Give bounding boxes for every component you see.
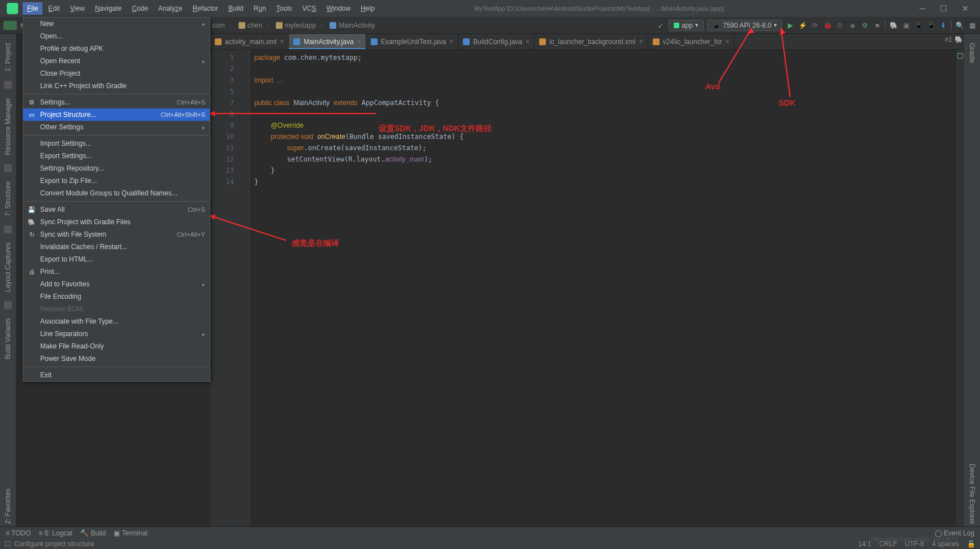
menu-item-exit[interactable]: Exit [23, 369, 210, 381]
menu-vcs[interactable]: VCS [298, 2, 321, 15]
menu-window[interactable]: Window [322, 2, 355, 15]
run-config-selector[interactable]: app ▾ [669, 20, 704, 31]
device-manager-icon[interactable]: 📱 [926, 21, 935, 30]
menu-refactor[interactable]: Refactor [188, 2, 223, 15]
close-icon[interactable]: × [726, 38, 730, 46]
tab-activity-main-xml[interactable]: activity_main.xml× [210, 34, 289, 49]
build-icon[interactable]: ↙ [656, 21, 665, 30]
menu-item-line-separators[interactable]: Line Separators [23, 328, 210, 340]
crumb-pkg[interactable]: mytestapp [274, 20, 318, 30]
menu-item-export-settings-[interactable]: Export Settings... [23, 150, 210, 162]
close-icon[interactable]: × [526, 38, 530, 46]
panel-resource-manager[interactable]: Resource Manager [3, 92, 13, 161]
more-icon[interactable]: ⚙ [860, 21, 869, 30]
menu-item-sync-project-with-gradle-files[interactable]: 🐘Sync Project with Gradle Files [23, 216, 210, 228]
menu-item-open-[interactable]: Open... [23, 30, 210, 42]
run-button[interactable]: ▶ [786, 21, 795, 30]
crumb-chen[interactable]: chen [236, 20, 264, 30]
menu-item-settings-repository-[interactable]: Settings Repository... [23, 162, 210, 175]
menu-run[interactable]: Run [249, 2, 271, 15]
tab-exampleunittest-java[interactable]: ExampleUnitTest.java× [366, 34, 458, 49]
menu-item-invalidate-caches-restart-[interactable]: Invalidate Caches / Restart... [23, 241, 210, 253]
tab-v24-ic-launcher-for[interactable]: v24\ic_launcher_for× [648, 34, 735, 49]
menu-item-import-settings-[interactable]: Import Settings... [23, 137, 210, 150]
close-icon[interactable]: × [357, 38, 361, 46]
tool-logcat[interactable]: ≡ 6: Logcat [39, 529, 73, 537]
menu-item-open-recent[interactable]: Open Recent [23, 55, 210, 67]
panel-device-file-explorer[interactable]: Device File Explorer [967, 458, 977, 530]
avd-manager-icon[interactable]: 📱 [914, 21, 923, 30]
tab-buildconfig-java[interactable]: BuildConfig.java× [458, 34, 535, 49]
tab-ic-launcher-background-xml[interactable]: ic_launcher_background.xml× [535, 34, 648, 49]
menu-help[interactable]: Help [356, 2, 379, 15]
menu-item-make-file-read-only[interactable]: Make File Read-Only [23, 340, 210, 352]
menu-build[interactable]: Build [224, 2, 248, 15]
panel-build-variants[interactable]: Build Variants [3, 312, 13, 365]
menu-item-profile-or-debug-apk[interactable]: Profile or debug APK [23, 42, 210, 55]
close-icon[interactable]: × [449, 38, 453, 46]
panel-icon[interactable] [4, 301, 12, 309]
bug-icon[interactable]: 🐞 [823, 21, 832, 30]
sync-icon[interactable]: 🐘 [889, 21, 898, 30]
panel-icon[interactable] [4, 81, 12, 89]
maximize-button[interactable]: ☐ [936, 3, 952, 14]
search-icon[interactable]: 🔍 [955, 21, 964, 30]
error-stripe[interactable] [956, 50, 964, 530]
crumb-class[interactable]: MainActivity [327, 20, 377, 30]
menu-item-save-all[interactable]: 💾Save AllCtrl+S [23, 203, 210, 216]
debug-button[interactable]: ⟳ [810, 21, 819, 30]
menu-item-add-to-favorites[interactable]: Add to Favorites [23, 278, 210, 290]
code-area[interactable]: package com.chen.mytestapp; import ... p… [250, 50, 956, 530]
menu-item-project-structure-[interactable]: ▭Project Structure...Ctrl+Alt+Shift+S [23, 108, 210, 121]
menu-item-other-settings[interactable]: Other Settings [23, 121, 210, 133]
panel-project[interactable]: 1: Project [3, 37, 13, 77]
sdk-manager-icon[interactable]: ⬇ [939, 21, 948, 30]
profiler-icon[interactable]: ⊙ [835, 21, 844, 30]
menu-item-sync-with-file-system[interactable]: ↻Sync with File SystemCtrl+Alt+Y [23, 228, 210, 241]
code-editor[interactable]: 12357891011121314 package com.chen.mytes… [210, 50, 964, 530]
menu-item-close-project[interactable]: Close Project [23, 67, 210, 80]
close-icon[interactable]: × [639, 38, 643, 46]
menu-item-export-to-html-[interactable]: Export to HTML... [23, 253, 210, 265]
lock-icon[interactable]: 🔓 [967, 540, 975, 548]
close-icon[interactable]: × [280, 38, 284, 46]
menu-item-file-encoding[interactable]: File Encoding [23, 290, 210, 303]
menu-item-print-[interactable]: 🖨Print... [23, 265, 210, 278]
menu-view[interactable]: View [66, 2, 89, 15]
menu-analyze[interactable]: Analyze [154, 2, 187, 15]
menu-item-convert-module-groups-to-qualified-names-[interactable]: Convert Module Groups to Qualified Names… [23, 187, 210, 199]
user-icon[interactable]: ▦ [968, 21, 977, 30]
menu-item-associate-with-file-type-[interactable]: Associate with File Type... [23, 315, 210, 328]
structure-icon[interactable]: ≡1 [944, 36, 952, 43]
menu-item-export-to-zip-file-[interactable]: Export to Zip File... [23, 175, 210, 187]
menu-code[interactable]: Code [127, 2, 153, 15]
minimize-button[interactable]: ─ [914, 3, 930, 14]
menu-item-new[interactable]: New [23, 18, 210, 30]
panel-icon[interactable] [4, 225, 12, 233]
tool-terminal[interactable]: ▣ Terminal [114, 529, 147, 537]
tool-build[interactable]: 🔨 Build [80, 529, 106, 537]
cursor-pos[interactable]: 14:1 [858, 540, 871, 548]
panel-layout-captures[interactable]: Layout Captures [3, 237, 13, 298]
tool-todo[interactable]: ≡ TODO [6, 529, 31, 537]
layout-inspector-icon[interactable]: ▣ [901, 21, 910, 30]
gear-icon[interactable]: 🐘 [955, 36, 963, 43]
tab-mainactivity-java[interactable]: MainActivity.java× [289, 34, 366, 49]
menu-edit[interactable]: Edit [44, 2, 64, 15]
menu-file[interactable]: FFileile [23, 2, 42, 15]
menu-item-link-c-project-with-gradle[interactable]: Link C++ Project with Gradle [23, 80, 210, 92]
menu-navigate[interactable]: Navigate [90, 2, 126, 15]
menu-item-power-save-mode[interactable]: Power Save Mode [23, 352, 210, 365]
panel-icon[interactable] [4, 164, 12, 172]
status-icon[interactable]: ☐ [5, 540, 11, 548]
panel-favorites[interactable]: 2: Favorites [3, 483, 13, 530]
panel-structure[interactable]: 7: Structure [3, 176, 13, 222]
menu-tools[interactable]: Tools [272, 2, 297, 15]
close-button[interactable]: ✕ [957, 3, 973, 14]
panel-gradle[interactable]: Gradle [967, 37, 977, 69]
device-selector[interactable]: 📱7590 API 26-8.0 ▾ [707, 20, 782, 31]
attach-icon[interactable]: ◈ [848, 21, 857, 30]
menu-item-settings-[interactable]: ⚙Settings...Ctrl+Alt+S [23, 96, 210, 108]
apply-changes-icon[interactable]: ⚡ [798, 21, 807, 30]
stop-icon[interactable]: ■ [873, 21, 882, 30]
